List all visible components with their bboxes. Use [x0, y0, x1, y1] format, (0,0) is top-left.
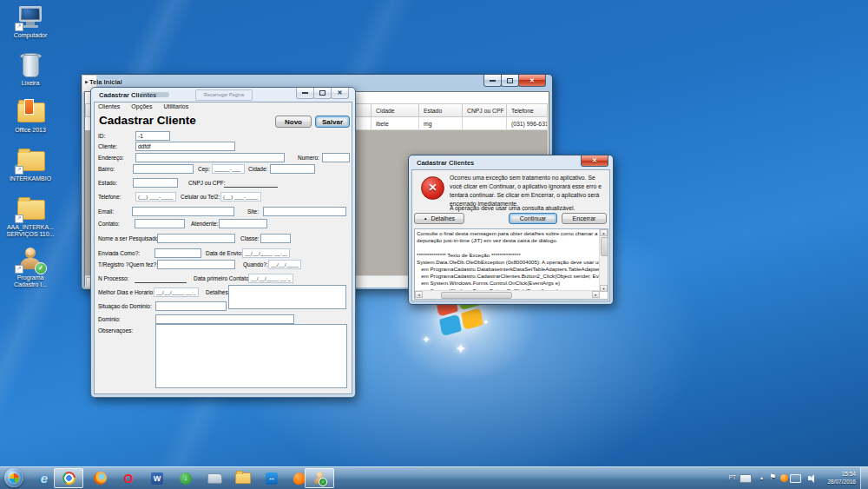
dominio-input[interactable] [155, 314, 294, 324]
encerrar-button[interactable]: Encerrar [562, 213, 607, 224]
taskbar-explorer[interactable] [230, 468, 256, 488]
cnpj-input[interactable] [224, 178, 278, 188]
cliente-input[interactable] [135, 142, 235, 151]
cidade-label: Cidade: [248, 166, 267, 172]
desktop-icon-programa-cadastro[interactable]: ✓ ↗ Programa Cadastro I... [3, 247, 58, 289]
details-hscrollbar[interactable]: ◄ ► [415, 290, 600, 299]
email-input[interactable] [132, 207, 234, 216]
start-button[interactable] [4, 468, 23, 487]
cnpj-label: CNPJ ou CPF: [188, 180, 226, 186]
site-input[interactable] [263, 207, 346, 216]
situacao-dominio-input[interactable] [155, 301, 227, 311]
dialog-title[interactable]: Cadastrar Clientes [417, 159, 474, 167]
folder-icon [235, 472, 251, 484]
enviada-como-input[interactable] [155, 248, 201, 258]
taskbar-programa-cadastro[interactable]: ✓ [305, 468, 334, 488]
minimize-button[interactable] [483, 75, 502, 87]
taskbar-teamviewer[interactable]: ↔ [259, 468, 285, 488]
taskbar-firefox[interactable] [87, 468, 113, 488]
taskbar-word[interactable]: W [144, 468, 170, 488]
scroll-down-button[interactable]: ▼ [600, 285, 608, 292]
data-envio-input[interactable] [242, 248, 290, 258]
maximize-button[interactable] [313, 88, 332, 99]
n-processo-input[interactable] [135, 274, 187, 283]
celular-input[interactable] [220, 192, 261, 202]
numero-input[interactable] [322, 153, 350, 162]
window-title[interactable]: Tela Inicial [89, 78, 122, 86]
detalhes-button[interactable]: ▲ Detalhes [414, 213, 464, 224]
data-envio-label: Data de Envio: [206, 250, 243, 256]
t-registro-label: T/Registro ?Quem fez?: [98, 261, 158, 268]
continuar-button[interactable]: Continuar [509, 213, 557, 224]
cep-label: Cep: [198, 166, 210, 172]
estado-input[interactable] [133, 178, 178, 188]
action-center-flag-icon[interactable]: ⚑ [769, 472, 776, 481]
endereco-input[interactable] [135, 153, 285, 162]
close-button[interactable]: ✕ [331, 88, 349, 99]
scroll-left-button[interactable]: ◄ [415, 291, 423, 298]
desktop-icon-lixeira[interactable]: Lixeira [3, 52, 58, 87]
keyboard-icon[interactable] [740, 474, 752, 483]
grid-header-telefone[interactable]: Telefone [507, 103, 548, 117]
id-input[interactable] [135, 131, 170, 141]
t-registro-input[interactable] [157, 260, 235, 269]
desktop-icon-label: Lixeira [3, 80, 58, 87]
maximize-icon [319, 90, 326, 96]
speaker-icon[interactable] [808, 476, 811, 480]
data-primeiro-contato-input[interactable] [248, 274, 293, 283]
cep-input[interactable] [212, 164, 245, 174]
taskbar-idm[interactable]: ↓ [173, 468, 199, 488]
details-vscrollbar[interactable]: ▲ ▼ [599, 229, 608, 292]
novo-button[interactable]: Novo [275, 116, 312, 128]
grid-cell-telefone[interactable]: (031) 996-6319 [507, 117, 548, 130]
grid-header-cnpj[interactable]: CNPJ ou CPF [463, 103, 507, 117]
menu-utilitarios[interactable]: Utilitarios [163, 103, 188, 109]
scroll-right-button[interactable]: ► [592, 291, 600, 298]
contato-input[interactable] [135, 219, 185, 228]
desktop-icon-aaa-interka[interactable]: ↗ AAA_INTERKA... SERVIÇOS 110... [3, 196, 58, 239]
network-icon[interactable] [790, 474, 801, 483]
scroll-thumb[interactable] [601, 237, 608, 256]
cidade-input[interactable] [270, 164, 315, 174]
clock[interactable]: 15:54 28/07/2016 [816, 471, 856, 486]
taskbar-fax-scanner[interactable] [201, 468, 227, 488]
desktop-icon-computador[interactable]: ↗ Computador [3, 4, 58, 39]
celular-label: Celular ou Tel2: [181, 194, 220, 200]
melhor-dias-input[interactable] [154, 287, 199, 297]
desktop-icon-interkambio[interactable]: ↗ INTERKAMBIO [3, 148, 58, 182]
taskbar-opera[interactable]: O [115, 468, 141, 488]
menu-opcoes[interactable]: Opções [131, 103, 152, 109]
avast-tray-icon[interactable] [780, 474, 788, 482]
menu-clientes[interactable]: Clientes [98, 103, 120, 109]
maximize-button[interactable] [501, 75, 519, 87]
scroll-up-button[interactable]: ▲ [600, 229, 608, 236]
word-icon: W [151, 472, 163, 485]
collapse-arrow-icon: ▲ [424, 216, 427, 221]
classe-input[interactable] [260, 234, 291, 243]
dominio-label: Dominio: [98, 316, 121, 322]
detalhes-textarea[interactable] [228, 285, 346, 309]
taskbar-chrome[interactable] [54, 468, 83, 488]
telefone-input[interactable] [135, 192, 176, 202]
hidden-icons-chevron[interactable]: ▲ [760, 475, 764, 480]
quando-input[interactable] [268, 260, 301, 269]
recycle-bin-icon [16, 52, 45, 78]
grid-cell-cidade[interactable]: ibete [372, 117, 419, 130]
bairro-input[interactable] [133, 164, 194, 174]
grid-header-estado[interactable]: Estado [419, 103, 463, 117]
language-indicator[interactable]: PT [729, 474, 736, 480]
scroll-thumb[interactable] [441, 292, 512, 299]
show-desktop-button[interactable] [860, 467, 868, 489]
minimize-button[interactable] [296, 88, 314, 99]
nome-pesquisado-input[interactable] [157, 234, 235, 243]
salvar-button[interactable]: Salvar [315, 116, 350, 128]
atendente-input[interactable] [219, 219, 267, 228]
caption-buttons: ✕ [484, 75, 546, 87]
grid-header-cidade[interactable]: Cidade [372, 103, 419, 117]
desktop-icon-office-2013[interactable]: Office 2013 [3, 99, 58, 134]
close-button[interactable]: ✕ [581, 155, 608, 167]
close-button[interactable]: ✕ [518, 75, 546, 87]
grid-cell-cnpj[interactable] [463, 117, 507, 130]
grid-cell-estado[interactable]: mg [419, 117, 463, 130]
observacoes-textarea[interactable] [155, 324, 347, 388]
